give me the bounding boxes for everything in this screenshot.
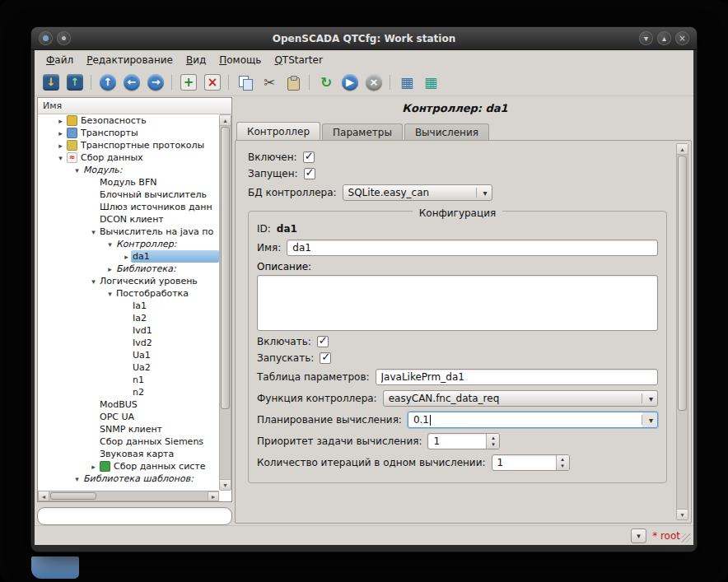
tab-controller[interactable]: Контроллер xyxy=(236,122,320,140)
scrollbar-thumb[interactable] xyxy=(221,127,230,409)
configurator-button[interactable]: ▦ xyxy=(420,72,441,93)
scroll-up-button[interactable] xyxy=(677,144,688,155)
scroll-down-button[interactable] xyxy=(677,509,688,519)
form-vertical-scrollbar[interactable] xyxy=(676,143,688,520)
to-start-checkbox[interactable] xyxy=(320,352,331,364)
menu-item-help[interactable]: Помощь xyxy=(212,52,268,68)
tree-item-content[interactable]: Сбор данных Siemens xyxy=(98,435,219,448)
up-level-button[interactable]: ↑ xyxy=(97,72,119,93)
name-input[interactable] xyxy=(287,240,658,256)
expand-arrow-icon[interactable]: ▾ xyxy=(105,290,114,298)
stop-button[interactable]: × xyxy=(363,72,385,93)
tree-horizontal-scrollbar[interactable] xyxy=(38,491,219,501)
tree-item[interactable]: Ivd1 xyxy=(38,324,219,337)
scrollbar-track[interactable] xyxy=(220,126,231,479)
tree-item[interactable]: Шлюз источников данн xyxy=(38,201,219,213)
save-to-db-button[interactable]: ↑ xyxy=(64,72,86,93)
tree-item[interactable]: Ua2 xyxy=(38,361,219,374)
expand-arrow-icon[interactable]: ▸ xyxy=(56,117,65,125)
tree-item[interactable]: Звуковая карта xyxy=(38,448,219,460)
add-item-button[interactable]: + xyxy=(178,72,199,93)
menu-item-qtstarter[interactable]: QTStarter xyxy=(268,52,329,68)
tree-item[interactable]: ▾ Логический уровень xyxy=(38,275,219,287)
tree-vertical-scrollbar[interactable] xyxy=(219,114,231,491)
paste-item-button[interactable] xyxy=(282,72,304,93)
expand-arrow-icon[interactable]: ▾ xyxy=(105,240,114,249)
tree-item-content[interactable]: Библиотека: xyxy=(114,263,219,275)
tree-item-content[interactable]: Шлюз источников данн xyxy=(98,201,219,213)
tree-header[interactable]: Имя xyxy=(38,98,231,114)
controller-db-select[interactable]: SQLite.easy_can xyxy=(343,184,492,201)
forward-button[interactable]: → xyxy=(145,72,166,93)
tree-item-content[interactable]: Ia2 xyxy=(131,312,219,324)
tree-item-content[interactable]: Безопасность xyxy=(65,114,219,127)
priority-spinbox[interactable]: 1 xyxy=(427,433,500,449)
resize-grip[interactable] xyxy=(682,533,691,542)
tree-item[interactable]: Блочный вычислитель xyxy=(38,189,219,201)
tree-item[interactable]: ▸ Библиотека: xyxy=(38,263,219,275)
tree-item-content[interactable]: Звуковая карта xyxy=(98,448,219,460)
tree-item[interactable]: DCON клиент xyxy=(38,213,219,226)
tree-item-content[interactable]: ModBUS xyxy=(98,398,219,411)
tree-item[interactable]: ▸ Сбор данных систе xyxy=(38,460,219,473)
refresh-button[interactable]: ↻ xyxy=(315,72,337,93)
expand-arrow-icon[interactable]: ▾ xyxy=(56,154,65,162)
tree-item-content[interactable]: Блочный вычислитель xyxy=(98,189,219,201)
tree-item[interactable]: SNMP клиент xyxy=(38,423,219,435)
tree-item[interactable]: ▾ ≈ Сбор данных xyxy=(38,151,219,164)
window-titlebar[interactable]: OpenSCADA QTCfg: Work station ▾ ▴ × xyxy=(31,27,697,50)
expand-arrow-icon[interactable]: ▸ xyxy=(56,142,65,150)
tree-item[interactable]: ▾ Вычислитель на java по xyxy=(38,226,219,238)
tree-item[interactable]: ▾ Модуль: xyxy=(38,164,219,176)
copy-item-button[interactable] xyxy=(235,72,256,93)
expand-arrow-icon[interactable]: ▸ xyxy=(89,463,98,471)
tree-item[interactable]: ModBUS xyxy=(38,398,219,411)
background-window-fragment[interactable] xyxy=(31,556,79,579)
menu-item-edit[interactable]: Редактирование xyxy=(80,52,180,68)
tree-item-content[interactable]: Ua1 xyxy=(131,349,219,361)
controller-function-select[interactable]: easyCAN.fnc_data_req xyxy=(383,390,658,407)
tree-item[interactable]: ▸ da1 xyxy=(38,250,219,263)
tree-item[interactable]: n2 xyxy=(38,386,219,398)
description-textarea[interactable] xyxy=(257,275,658,331)
load-from-db-button[interactable]: ↓ xyxy=(40,72,62,93)
tree-item[interactable]: ▾ Библиотека шаблонов: xyxy=(38,473,219,485)
iterations-spinbox[interactable]: 1 xyxy=(492,454,570,471)
tree-item-content[interactable]: Транспорты xyxy=(65,127,219,139)
tree-item-content[interactable]: Библиотека шаблонов: xyxy=(82,473,219,485)
delete-item-button[interactable]: × xyxy=(202,72,223,93)
expand-arrow-icon[interactable]: ▾ xyxy=(89,277,98,286)
scrollbar-thumb[interactable] xyxy=(678,156,687,411)
expand-arrow-icon[interactable]: ▸ xyxy=(105,265,114,273)
tree-item[interactable]: ▸ Безопасность xyxy=(38,114,219,127)
maximize-button[interactable]: ▴ xyxy=(657,31,671,45)
spin-up-down-buttons[interactable] xyxy=(486,434,499,449)
tree-item[interactable]: ▸ Транспортные протоколы xyxy=(38,139,219,151)
tab-calculations[interactable]: Вычисления xyxy=(404,123,489,140)
enabled-checkbox[interactable] xyxy=(303,151,315,163)
cut-item-button[interactable]: ✂ xyxy=(259,72,280,93)
tree-item-content[interactable]: Сбор данных систе xyxy=(98,460,219,473)
expand-arrow-icon[interactable]: ▸ xyxy=(56,129,65,137)
tree-item-content[interactable]: Ia1 xyxy=(131,300,219,312)
scroll-right-button[interactable] xyxy=(208,491,218,501)
tree-item-content[interactable]: Логический уровень xyxy=(98,275,219,287)
tab-parameters[interactable]: Параметры xyxy=(322,123,403,140)
expand-arrow-icon[interactable]: ▾ xyxy=(72,475,82,483)
param-table-input[interactable] xyxy=(376,369,658,385)
close-button[interactable]: × xyxy=(675,31,689,45)
tree-item-content[interactable]: Транспортные протоколы xyxy=(65,139,219,151)
tree-item-content[interactable]: OPC UA xyxy=(98,411,219,423)
tree-item[interactable]: ▸ Транспорты xyxy=(38,127,219,139)
scrollbar-track[interactable] xyxy=(49,491,208,501)
tree-item-content[interactable]: n2 xyxy=(131,386,219,398)
qtstarter-button[interactable]: ▦ xyxy=(396,72,418,93)
tree-item[interactable]: n1 xyxy=(38,374,219,386)
tree-item-content[interactable]: ≈ Сбор данных xyxy=(65,151,219,164)
tree-item[interactable]: Модуль BFN xyxy=(38,176,219,189)
scrollbar-thumb[interactable] xyxy=(50,492,96,500)
tree-item[interactable]: Ua1 xyxy=(38,349,219,361)
scroll-left-button[interactable] xyxy=(39,491,49,501)
running-checkbox[interactable] xyxy=(304,168,315,179)
scroll-down-button[interactable] xyxy=(220,479,231,490)
